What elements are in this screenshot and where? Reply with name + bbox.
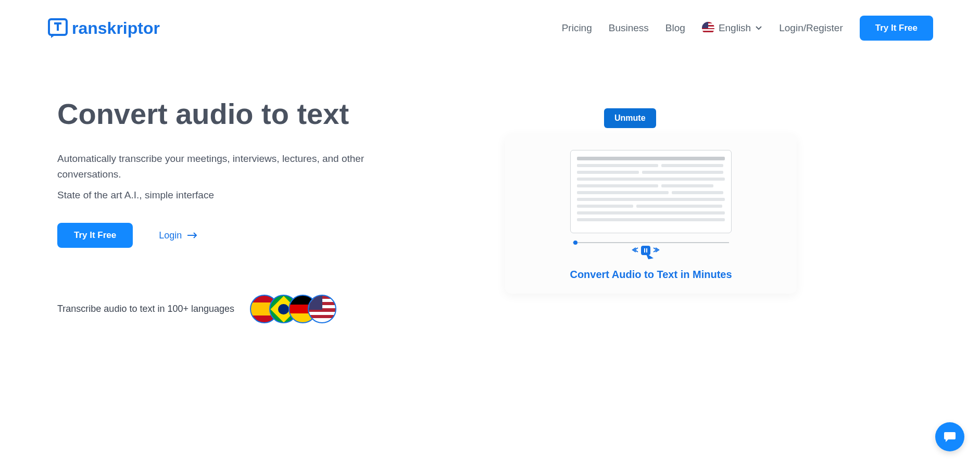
video-title: Convert Audio to Text in Minutes — [570, 269, 732, 281]
language-selector[interactable]: English — [702, 22, 762, 34]
unmute-button[interactable]: Unmute — [604, 108, 656, 128]
logo-text: ranskriptor — [72, 19, 160, 38]
main: Convert audio to text Automatically tran… — [0, 56, 980, 323]
hero-section: Convert audio to text Automatically tran… — [57, 98, 411, 323]
cta-row: Try It Free Login — [57, 223, 411, 248]
svg-rect-5 — [646, 248, 647, 253]
login-link[interactable]: Login — [159, 230, 198, 241]
transcript-preview — [570, 150, 732, 233]
chat-icon — [943, 430, 957, 444]
try-free-button-hero[interactable]: Try It Free — [57, 223, 133, 248]
language-feature-text: Transcribe audio to text in 100+ languag… — [57, 304, 234, 314]
us-flag-icon — [702, 22, 714, 34]
nav: Pricing Business Blog English Login/Regi… — [562, 16, 933, 41]
player-controls-icon — [570, 238, 732, 259]
nav-blog[interactable]: Blog — [665, 22, 685, 34]
video-card[interactable]: Convert Audio to Text in Minutes — [505, 134, 797, 294]
try-free-button-header[interactable]: Try It Free — [860, 16, 933, 41]
nav-business[interactable]: Business — [609, 22, 649, 34]
svg-rect-3 — [641, 246, 650, 255]
nav-pricing[interactable]: Pricing — [562, 22, 592, 34]
chat-widget-button[interactable] — [935, 422, 964, 451]
svg-point-2 — [573, 241, 577, 245]
hero-subtext: State of the art A.I., simple interface — [57, 190, 411, 201]
language-feature: Transcribe audio to text in 100+ languag… — [57, 295, 411, 323]
usa-flag-icon — [308, 295, 336, 323]
nav-login-register[interactable]: Login/Register — [779, 22, 843, 34]
hero-description: Automatically transcribe your meetings, … — [57, 151, 411, 183]
header: ranskriptor Pricing Business Blog Englis… — [0, 0, 980, 56]
svg-rect-4 — [644, 248, 645, 253]
arrow-right-icon — [187, 232, 198, 239]
flag-group — [250, 295, 336, 323]
chevron-down-icon — [755, 24, 762, 32]
hero-title: Convert audio to text — [57, 98, 411, 130]
login-text: Login — [159, 230, 182, 241]
video-section: Unmute — [453, 98, 933, 323]
logo-icon — [47, 17, 69, 39]
logo[interactable]: ranskriptor — [47, 17, 160, 39]
language-text: English — [719, 22, 751, 34]
